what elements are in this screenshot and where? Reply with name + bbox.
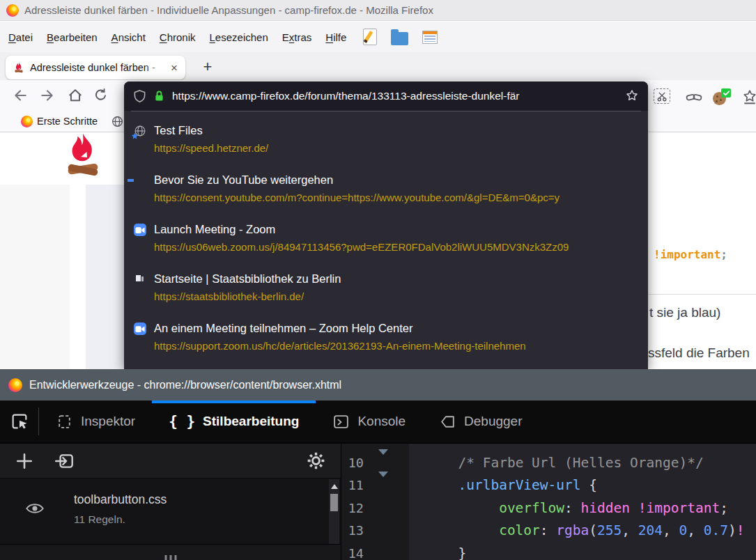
reload-button[interactable] [93, 88, 108, 102]
menu-item[interactable]: Lesezeichen [203, 28, 275, 47]
window-title: Adressleiste dunkel färben - Individuell… [24, 4, 433, 16]
google-icon [134, 174, 146, 187]
new-stylesheet-button[interactable] [15, 452, 33, 470]
result-url: https://staatsbibliothek-berlin.de/ [154, 290, 638, 303]
menu-item[interactable]: Hilfe [318, 28, 353, 47]
tab-close-button[interactable]: × [169, 62, 180, 74]
code-text: color: rgba(255, 204, 0, 0.7)! [409, 522, 744, 538]
menu-item[interactable]: Ansicht [105, 28, 153, 47]
import-stylesheet-button[interactable] [54, 452, 75, 470]
bookmark-item[interactable]: Erste Schritte [37, 116, 98, 127]
code-line: 11 .urlbarView-url { [341, 474, 756, 497]
handshake-icon[interactable] [685, 91, 703, 102]
bookmark-star-icon[interactable] [625, 89, 639, 103]
debugger-icon [439, 413, 456, 430]
code-text: } [409, 545, 466, 560]
globe-icon[interactable] [111, 116, 123, 127]
fold-arrow-icon[interactable] [372, 455, 409, 471]
style-editor-toolbar [0, 444, 341, 479]
result-title: Launch Meeting - Zoom [154, 222, 638, 236]
page-column-left [0, 185, 70, 369]
window-titlebar: Adressleiste dunkel färben - Individuell… [0, 0, 756, 21]
zoom-icon [134, 322, 146, 335]
code-line: 12 overflow: hidden !important; [341, 497, 756, 520]
devtools-title: Entwicklerwerkzeuge - chrome://browser/c… [29, 379, 341, 391]
urlbar-dropdown: https://www.camp-firefox.de/forum/thema/… [124, 81, 648, 369]
console-icon [332, 413, 350, 430]
tab-stilbearbeitung[interactable]: { } Stilbearbeitung [152, 400, 316, 442]
page-text-fragment: t sie ja blau) [649, 305, 720, 320]
home-button[interactable] [68, 88, 83, 103]
visibility-eye-icon[interactable] [25, 501, 45, 515]
braces-icon: { } [169, 413, 195, 430]
result-title: Bevor Sie zu YouTube weitergehen [154, 173, 638, 187]
urlbar-result-row[interactable]: Startseite | Staatsbibliothek zu Berlinh… [124, 272, 648, 303]
page-text-fragment: ssfeld die Farben [648, 345, 750, 361]
tab-inspektor[interactable]: Inspektor [39, 400, 152, 442]
code-line: 13 color: rgba(255, 204, 0, 0.7)! [341, 520, 756, 543]
line-number: 10 [341, 456, 372, 470]
fold-arrow-icon[interactable] [372, 477, 409, 493]
code-line: 10 /* Farbe Url (Helles Orange)*/ [341, 451, 756, 474]
back-button[interactable] [13, 88, 28, 103]
tab-title: Adressleiste dunkel färben - [30, 62, 155, 73]
screen: Adressleiste dunkel färben - Individuell… [0, 0, 756, 560]
stylesheet-name: toolbarbutton.css [74, 492, 167, 507]
splitter-handle[interactable] [0, 544, 341, 560]
urlbar[interactable]: https://www.camp-firefox.de/forum/thema/… [124, 81, 648, 111]
result-url: https://us06web.zoom.us/j/84947113456?pw… [154, 241, 638, 254]
result-url: https://speed.hetzner.de/ [154, 142, 638, 155]
scrollbar-thumb[interactable] [330, 494, 338, 511]
library-icon [134, 273, 146, 286]
menu-item[interactable]: Datei [1, 28, 40, 47]
bookmark-star-tray-icon[interactable] [741, 89, 756, 104]
firefox-logo-icon [21, 116, 33, 127]
zoom-icon [134, 224, 146, 236]
camp-firefox-logo [63, 132, 103, 182]
url-input[interactable]: https://www.camp-firefox.de/forum/thema/… [172, 90, 618, 102]
urlbar-results: Test Fileshttps://speed.hetzner.de/Bevor… [124, 111, 648, 352]
divider [648, 294, 756, 295]
devtools-tabbar: Inspektor { } Stilbearbeitung Konsole De… [0, 400, 756, 442]
scroll-up-icon[interactable] [331, 484, 338, 489]
notepad-pencil-icon[interactable] [363, 29, 377, 45]
menu-item[interactable]: Chronik [153, 28, 203, 47]
firefox-logo-icon [8, 378, 22, 392]
code-text: overflow: hidden !important; [409, 500, 728, 516]
menu-bar: DateiBearbeitenAnsichtChronikLesezeichen… [0, 22, 756, 52]
browser-tab[interactable]: Adressleiste dunkel färben - × [6, 56, 185, 79]
tab-konsole[interactable]: Konsole [316, 400, 422, 442]
window-grid-icon[interactable] [422, 31, 438, 44]
element-picker-icon[interactable] [0, 407, 39, 435]
urlbar-result-row[interactable]: An einem Meeting teilnehmen – Zoom Help … [124, 321, 648, 352]
lock-icon[interactable] [153, 90, 165, 102]
result-title: An einem Meeting teilnehmen – Zoom Help … [154, 321, 638, 335]
line-number: 12 [341, 501, 372, 515]
page-code-fragment: !important; [654, 248, 727, 261]
forward-button[interactable] [40, 88, 55, 103]
grip-icon [164, 555, 176, 560]
urlbar-result-row[interactable]: Bevor Sie zu YouTube weitergehenhttps://… [124, 173, 648, 204]
line-number: 14 [341, 546, 372, 560]
stylesheet-list-item[interactable]: toolbarbutton.css 11 Regeln. [0, 479, 341, 541]
menu-icons [363, 29, 438, 45]
style-editor-code[interactable]: 10 /* Farbe Url (Helles Orange)*/11 .url… [341, 444, 756, 560]
devtools-window: Entwicklerwerkzeuge - chrome://browser/c… [0, 369, 756, 560]
urlbar-result-row[interactable]: Test Fileshttps://speed.hetzner.de/ [124, 123, 648, 155]
campfire-flame-icon [13, 62, 24, 73]
tab-bar: Adressleiste dunkel färben - × + [0, 52, 756, 80]
scrollbar[interactable] [329, 479, 339, 544]
menu-item[interactable]: Extras [275, 28, 319, 47]
menu-items: DateiBearbeitenAnsichtChronikLesezeichen… [1, 28, 353, 47]
urlbar-result-row[interactable]: Launch Meeting - Zoomhttps://us06web.zoo… [124, 222, 648, 254]
menu-item[interactable]: Bearbeiten [40, 28, 105, 47]
new-tab-button[interactable]: + [198, 57, 217, 77]
cookie-consent-icon[interactable] [713, 88, 731, 105]
stylesheet-rule-count: 11 Regeln. [74, 513, 125, 526]
tab-debugger[interactable]: Debugger [422, 400, 539, 442]
screenshot-scissors-icon[interactable] [654, 88, 670, 104]
shield-icon[interactable] [133, 89, 146, 103]
folder-icon[interactable] [391, 32, 408, 45]
gear-icon[interactable] [307, 451, 325, 470]
result-url: https://consent.youtube.com/m?continue=h… [154, 192, 638, 204]
